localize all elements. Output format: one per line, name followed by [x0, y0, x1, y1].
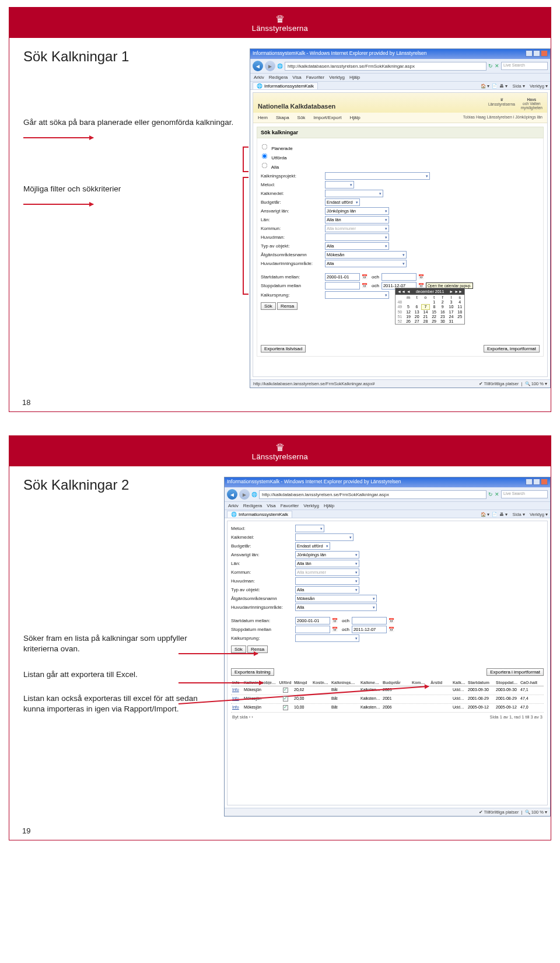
export-list-button[interactable]: Exportera listning: [231, 668, 274, 676]
calendar-popup[interactable]: ◄◄ ◄december 2011► ►► mtotfls48123449567…: [395, 288, 465, 325]
slide-number: 18: [22, 398, 30, 407]
select-field[interactable]: Mökesån▾: [295, 595, 377, 602]
select-field[interactable]: ▾: [325, 181, 354, 189]
annotation-reimport: Listan kan också exporteras till excel f…: [23, 693, 219, 714]
select-field[interactable]: Alla▾: [325, 260, 407, 267]
form-row: Kalkmedel:▾: [261, 190, 540, 197]
crown-icon: ♛: [252, 442, 308, 453]
export-import-button[interactable]: Exportera, importformat: [484, 345, 540, 353]
address-bar[interactable]: http://kalkdatabasen.lansstyrelsen.se/Fr…: [259, 490, 487, 499]
browser-tab[interactable]: 🌐 InformationssystemKalk: [253, 82, 318, 89]
ie-menubar[interactable]: ArkivRedigeraVisaFavoriterVerktygHjälp: [250, 74, 550, 82]
ie-tools[interactable]: 🏠 ▾ 📄 🖶 ▾ Sida ▾ Verktyg ▾: [481, 512, 548, 517]
results-table: Info Kalkningsobjektnamn Utförd Mängd Ko…: [231, 679, 544, 721]
slide-number: 19: [22, 826, 30, 835]
kalkursprung-select[interactable]: ▾: [295, 634, 359, 642]
forward-button[interactable]: ►: [239, 489, 250, 500]
form-row: Huvudavrinningsområde:Alla▾: [261, 260, 540, 267]
select-field[interactable]: Alla län▾: [325, 216, 389, 224]
stop-date-from[interactable]: [325, 282, 360, 289]
forward-button[interactable]: ►: [265, 61, 275, 71]
select-field[interactable]: Alla▾: [325, 242, 389, 250]
table-row: InfoMökesjön20,62BåtKalkstensmjöl <0,2mm…: [231, 686, 544, 695]
window-buttons[interactable]: [525, 479, 548, 486]
brand-label: Länsstyrelserna: [252, 25, 308, 32]
select-field[interactable]: Alla▾: [295, 586, 359, 594]
start-date-to[interactable]: [352, 617, 387, 624]
annotation-radios: Går att söka på bara planerade eller gen…: [23, 117, 245, 128]
ie-navrow: ◄ ► 🌐 http://kalkdatabasen.lansstyrelsen…: [250, 59, 550, 74]
select-field[interactable]: Alla kommuner▾: [295, 568, 359, 576]
pager-left[interactable]: Byt sida ‹ ›: [232, 714, 253, 720]
annotation-filters: Möjliga filter och sökkriterier: [23, 184, 245, 194]
select-field[interactable]: ▾: [325, 233, 389, 241]
kalkursprung-select[interactable]: ▾: [325, 291, 389, 299]
form-row: Län:Alla län▾: [261, 216, 540, 224]
arrow-icon: [23, 137, 93, 138]
form-row: Budgetår:Endast utförd▾: [231, 542, 544, 550]
select-field[interactable]: ▾: [295, 525, 324, 532]
select-field[interactable]: Mökesån▾: [325, 251, 407, 259]
slide-2: ♛ Länsstyrelserna Sök Kalkningar 2 Söker…: [9, 435, 551, 840]
window-title: InformationssystemKalk - Windows Interne…: [253, 50, 427, 58]
form-row: Metod:▾: [231, 525, 544, 532]
search-input[interactable]: Live Search: [501, 490, 548, 498]
browser-tab[interactable]: 🌐 InformationssystemKalk: [227, 511, 292, 518]
select-field[interactable]: Endast utförd▾: [325, 198, 360, 206]
info-link[interactable]: Info: [232, 688, 239, 692]
bracket-icon: [243, 146, 247, 172]
export-list-button[interactable]: Exportera listvisad: [261, 345, 306, 353]
select-field[interactable]: ▾: [295, 533, 354, 541]
form-row: Kalkningsprojekt:▾: [261, 172, 540, 180]
ie-tabrow: 🌐 InformationssystemKalk 🏠 ▾ 📄 🖶 ▾ Sida …: [250, 82, 550, 90]
select-field[interactable]: Jönköpings län▾: [295, 551, 359, 559]
slide-title: Sök Kalkningar 1: [23, 48, 245, 65]
select-field[interactable]: ▾: [325, 190, 383, 197]
form-row: Kommun:Alla kommuner▾: [261, 225, 540, 232]
select-field[interactable]: ▾: [325, 172, 430, 180]
ie-menubar[interactable]: ArkivRedigeraVisaFavoriterVerktygHjälp: [225, 502, 550, 510]
arrow-icon: [178, 682, 263, 683]
info-link[interactable]: Info: [232, 705, 239, 709]
start-date-from[interactable]: 2000-01-01: [325, 273, 360, 281]
start-date-to[interactable]: [382, 273, 416, 281]
start-date-from[interactable]: 2000-01-01: [295, 617, 330, 624]
back-button[interactable]: ◄: [253, 61, 263, 71]
arrow-icon: [178, 653, 258, 654]
ie-statusbar: http://kalkdatabasen.lansstyrelsen.se/Fr…: [250, 379, 550, 388]
ie-titlebar: InformationssystemKalk - Windows Interne…: [225, 477, 550, 487]
slide-title: Sök Kalkningar 2: [23, 477, 219, 493]
stop-date-from[interactable]: [295, 626, 330, 633]
rensa-button[interactable]: Rensa: [277, 302, 298, 310]
form-row: Kalkmedel:▾: [231, 533, 544, 541]
select-field[interactable]: Endast utförd▾: [295, 542, 330, 550]
ie-statusbar: ✔ Tillförlitliga platser | 🔍 100 % ▾: [225, 808, 550, 816]
select-field[interactable]: Jönköpings län▾: [325, 207, 389, 215]
stop-date-to[interactable]: 2011-12-07: [352, 626, 387, 633]
export-import-button[interactable]: Exportera i importformat: [487, 668, 544, 676]
search-input[interactable]: Live Search: [501, 62, 548, 70]
app-title: Nationella Kalkdatabasen: [258, 103, 335, 110]
form-row: Ansvarigt län:Jönköpings län▾: [231, 551, 544, 559]
address-bar[interactable]: http://kalkdatabasen.lansstyrelsen.se/Fr…: [285, 62, 487, 71]
window-buttons[interactable]: [525, 50, 548, 58]
radio-planerade[interactable]: Planerade: [261, 143, 540, 151]
form-row: Typ av objekt:Alla▾: [231, 586, 544, 594]
sok-button[interactable]: Sök: [261, 302, 276, 310]
slide-1: ♛ Länsstyrelserna Sök Kalkningar 1 Går a…: [9, 7, 551, 412]
radio-utförda[interactable]: Utförda: [261, 152, 540, 160]
select-field[interactable]: Alla län▾: [295, 560, 359, 567]
crown-icon: ♛: [252, 14, 308, 25]
kalk-menu[interactable]: HemSkapaSökImport/ExportHjälp Tobias Haa…: [253, 113, 547, 123]
sok-button[interactable]: Sök: [231, 646, 246, 653]
form-row: ÅtgärdsområdesnamnMökesån▾: [261, 251, 540, 259]
ie-tools[interactable]: 🏠 ▾ 📄 🖶 ▾ Sida ▾ Verktyg ▾: [481, 83, 548, 89]
select-field[interactable]: ▾: [295, 577, 359, 585]
select-field[interactable]: Alla▾: [295, 603, 377, 611]
radio-alla[interactable]: Alla: [261, 162, 540, 170]
ie-navrow: ◄ ► 🌐 http://kalkdatabasen.lansstyrelsen…: [225, 487, 550, 502]
kalk-header: Nationella Kalkdatabasen ♛Länsstyrelsern…: [253, 93, 547, 113]
select-field[interactable]: Alla kommuner▾: [325, 225, 389, 232]
table-row: InfoMökesjön10,00BåtKalkstensmjöl <0,2mm…: [231, 704, 544, 713]
back-button[interactable]: ◄: [227, 489, 237, 500]
